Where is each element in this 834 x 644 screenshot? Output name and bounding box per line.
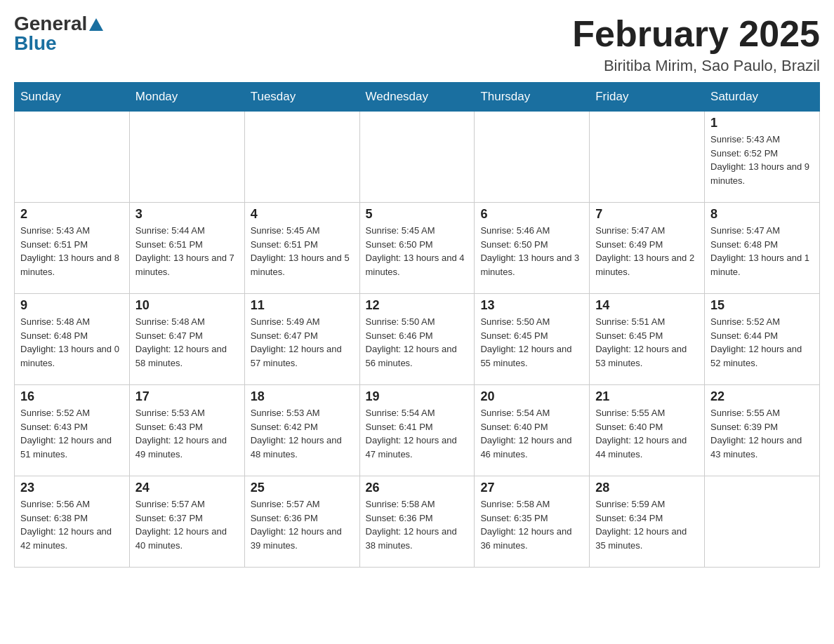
day-number: 21	[595, 389, 699, 404]
day-info: Sunrise: 5:57 AM Sunset: 6:36 PM Dayligh…	[251, 497, 354, 552]
day-number: 22	[710, 389, 814, 404]
calendar-cell: 1Sunrise: 5:43 AM Sunset: 6:52 PM Daylig…	[705, 112, 820, 203]
day-info: Sunrise: 5:56 AM Sunset: 6:38 PM Dayligh…	[20, 497, 124, 552]
day-info: Sunrise: 5:44 AM Sunset: 6:51 PM Dayligh…	[135, 224, 239, 279]
calendar-cell: 11Sunrise: 5:49 AM Sunset: 6:47 PM Dayli…	[244, 294, 359, 385]
day-number: 10	[135, 298, 239, 313]
day-number: 4	[251, 207, 354, 222]
calendar-cell: 3Sunrise: 5:44 AM Sunset: 6:51 PM Daylig…	[129, 203, 244, 294]
day-number: 12	[366, 298, 469, 313]
day-info: Sunrise: 5:50 AM Sunset: 6:46 PM Dayligh…	[366, 315, 469, 370]
day-number: 26	[366, 481, 469, 495]
day-info: Sunrise: 5:45 AM Sunset: 6:50 PM Dayligh…	[366, 224, 469, 279]
day-number: 5	[366, 207, 469, 222]
calendar-cell: 16Sunrise: 5:52 AM Sunset: 6:43 PM Dayli…	[15, 385, 130, 476]
calendar-cell: 12Sunrise: 5:50 AM Sunset: 6:46 PM Dayli…	[359, 294, 475, 385]
day-header-saturday: Saturday	[705, 83, 820, 112]
calendar-cell	[705, 476, 820, 568]
day-info: Sunrise: 5:53 AM Sunset: 6:42 PM Dayligh…	[251, 406, 354, 461]
day-number: 18	[251, 389, 354, 404]
calendar-week-row: 9Sunrise: 5:48 AM Sunset: 6:48 PM Daylig…	[15, 294, 820, 385]
day-info: Sunrise: 5:45 AM Sunset: 6:51 PM Dayligh…	[251, 224, 354, 279]
calendar-cell: 24Sunrise: 5:57 AM Sunset: 6:37 PM Dayli…	[129, 476, 244, 568]
calendar-cell: 9Sunrise: 5:48 AM Sunset: 6:48 PM Daylig…	[15, 294, 130, 385]
day-info: Sunrise: 5:52 AM Sunset: 6:44 PM Dayligh…	[710, 315, 814, 370]
day-info: Sunrise: 5:58 AM Sunset: 6:35 PM Dayligh…	[480, 497, 583, 552]
day-info: Sunrise: 5:48 AM Sunset: 6:47 PM Dayligh…	[135, 315, 239, 370]
day-info: Sunrise: 5:48 AM Sunset: 6:48 PM Dayligh…	[20, 315, 124, 370]
day-info: Sunrise: 5:47 AM Sunset: 6:49 PM Dayligh…	[595, 224, 699, 279]
day-info: Sunrise: 5:43 AM Sunset: 6:52 PM Dayligh…	[710, 133, 814, 187]
calendar-cell: 13Sunrise: 5:50 AM Sunset: 6:45 PM Dayli…	[475, 294, 590, 385]
calendar-cell	[129, 112, 244, 203]
title-area: February 2025 Biritiba Mirim, Sao Paulo,…	[572, 14, 820, 75]
calendar-table: SundayMondayTuesdayWednesdayThursdayFrid…	[14, 82, 820, 568]
day-number: 28	[595, 481, 699, 495]
day-number: 3	[135, 207, 239, 222]
logo: General Blue	[14, 14, 103, 53]
day-number: 1	[710, 116, 814, 130]
calendar-header-row: SundayMondayTuesdayWednesdayThursdayFrid…	[15, 83, 820, 112]
day-number: 14	[595, 298, 699, 313]
day-number: 17	[135, 389, 239, 404]
calendar-cell: 2Sunrise: 5:43 AM Sunset: 6:51 PM Daylig…	[15, 203, 130, 294]
day-info: Sunrise: 5:54 AM Sunset: 6:40 PM Dayligh…	[480, 406, 583, 461]
day-number: 2	[20, 207, 124, 222]
calendar-cell: 28Sunrise: 5:59 AM Sunset: 6:34 PM Dayli…	[590, 476, 705, 568]
calendar-cell: 15Sunrise: 5:52 AM Sunset: 6:44 PM Dayli…	[705, 294, 820, 385]
day-info: Sunrise: 5:52 AM Sunset: 6:43 PM Dayligh…	[20, 406, 124, 461]
calendar-cell: 19Sunrise: 5:54 AM Sunset: 6:41 PM Dayli…	[359, 385, 475, 476]
calendar-cell	[590, 112, 705, 203]
calendar-cell: 18Sunrise: 5:53 AM Sunset: 6:42 PM Dayli…	[244, 385, 359, 476]
location-text: Biritiba Mirim, Sao Paulo, Brazil	[572, 57, 820, 75]
calendar-week-row: 16Sunrise: 5:52 AM Sunset: 6:43 PM Dayli…	[15, 385, 820, 476]
calendar-cell: 8Sunrise: 5:47 AM Sunset: 6:48 PM Daylig…	[705, 203, 820, 294]
calendar-cell: 17Sunrise: 5:53 AM Sunset: 6:43 PM Dayli…	[129, 385, 244, 476]
day-number: 8	[710, 207, 814, 222]
day-number: 9	[20, 298, 124, 313]
calendar-cell	[15, 112, 130, 203]
calendar-week-row: 2Sunrise: 5:43 AM Sunset: 6:51 PM Daylig…	[15, 203, 820, 294]
day-info: Sunrise: 5:59 AM Sunset: 6:34 PM Dayligh…	[595, 497, 699, 552]
logo-arrow-icon	[89, 18, 103, 31]
calendar-cell: 25Sunrise: 5:57 AM Sunset: 6:36 PM Dayli…	[244, 476, 359, 568]
day-info: Sunrise: 5:50 AM Sunset: 6:45 PM Dayligh…	[480, 315, 583, 370]
day-header-monday: Monday	[129, 83, 244, 112]
day-info: Sunrise: 5:55 AM Sunset: 6:39 PM Dayligh…	[710, 406, 814, 461]
calendar-cell: 7Sunrise: 5:47 AM Sunset: 6:49 PM Daylig…	[590, 203, 705, 294]
day-header-friday: Friday	[590, 83, 705, 112]
day-header-thursday: Thursday	[475, 83, 590, 112]
day-number: 13	[480, 298, 583, 313]
day-number: 16	[20, 389, 124, 404]
month-title: February 2025	[572, 14, 820, 54]
calendar-cell: 14Sunrise: 5:51 AM Sunset: 6:45 PM Dayli…	[590, 294, 705, 385]
calendar-cell	[359, 112, 475, 203]
calendar-cell: 10Sunrise: 5:48 AM Sunset: 6:47 PM Dayli…	[129, 294, 244, 385]
day-number: 7	[595, 207, 699, 222]
day-number: 11	[251, 298, 354, 313]
calendar-cell: 6Sunrise: 5:46 AM Sunset: 6:50 PM Daylig…	[475, 203, 590, 294]
day-info: Sunrise: 5:43 AM Sunset: 6:51 PM Dayligh…	[20, 224, 124, 279]
day-number: 20	[480, 389, 583, 404]
day-info: Sunrise: 5:47 AM Sunset: 6:48 PM Dayligh…	[710, 224, 814, 279]
day-number: 27	[480, 481, 583, 495]
calendar-cell	[475, 112, 590, 203]
day-info: Sunrise: 5:58 AM Sunset: 6:36 PM Dayligh…	[366, 497, 469, 552]
calendar-week-row: 1Sunrise: 5:43 AM Sunset: 6:52 PM Daylig…	[15, 112, 820, 203]
calendar-cell: 26Sunrise: 5:58 AM Sunset: 6:36 PM Dayli…	[359, 476, 475, 568]
calendar-cell: 20Sunrise: 5:54 AM Sunset: 6:40 PM Dayli…	[475, 385, 590, 476]
logo-general-text: General	[14, 14, 87, 34]
day-header-sunday: Sunday	[15, 83, 130, 112]
calendar-cell: 21Sunrise: 5:55 AM Sunset: 6:40 PM Dayli…	[590, 385, 705, 476]
logo-blue-text: Blue	[14, 34, 57, 53]
calendar-cell: 4Sunrise: 5:45 AM Sunset: 6:51 PM Daylig…	[244, 203, 359, 294]
calendar-cell: 27Sunrise: 5:58 AM Sunset: 6:35 PM Dayli…	[475, 476, 590, 568]
day-info: Sunrise: 5:55 AM Sunset: 6:40 PM Dayligh…	[595, 406, 699, 461]
day-number: 19	[366, 389, 469, 404]
day-info: Sunrise: 5:54 AM Sunset: 6:41 PM Dayligh…	[366, 406, 469, 461]
day-info: Sunrise: 5:51 AM Sunset: 6:45 PM Dayligh…	[595, 315, 699, 370]
day-number: 25	[251, 481, 354, 495]
day-info: Sunrise: 5:49 AM Sunset: 6:47 PM Dayligh…	[251, 315, 354, 370]
day-number: 23	[20, 481, 124, 495]
calendar-cell: 22Sunrise: 5:55 AM Sunset: 6:39 PM Dayli…	[705, 385, 820, 476]
